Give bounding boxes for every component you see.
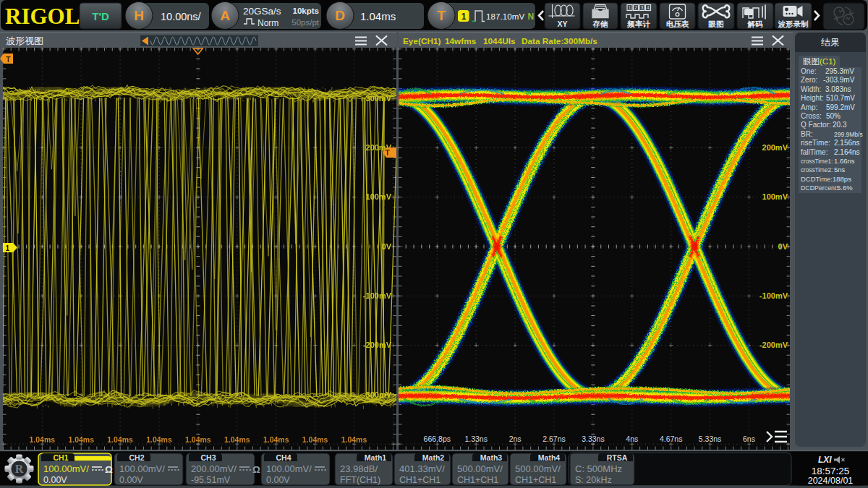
svg-text:5ns: 5ns — [834, 166, 846, 174]
svg-text:存储: 存储 — [592, 20, 609, 28]
svg-text:N: N — [528, 12, 535, 22]
svg-text:CH1+CH1: CH1+CH1 — [399, 475, 441, 485]
svg-text:0V: 0V — [778, 242, 788, 251]
svg-text:18:57:25: 18:57:25 — [812, 466, 850, 476]
svg-text:500.00mV/: 500.00mV/ — [457, 463, 503, 474]
svg-text:1.04ms: 1.04ms — [341, 435, 367, 444]
svg-text:Math1: Math1 — [365, 453, 386, 462]
svg-text:R: R — [15, 463, 24, 475]
svg-text:1.04ms: 1.04ms — [360, 10, 396, 22]
svg-text:fallTime:: fallTime: — [801, 148, 827, 156]
svg-text:1.04ms: 1.04ms — [107, 435, 133, 444]
svg-text:3.083ns: 3.083ns — [825, 85, 851, 93]
svg-text:5.33ns: 5.33ns — [699, 435, 722, 443]
svg-text:Cross:: Cross: — [801, 112, 822, 120]
svg-text:眼图(C1): 眼图(C1) — [803, 57, 836, 66]
svg-text:1.66ns: 1.66ns — [834, 157, 855, 165]
svg-text:187.10mV: 187.10mV — [486, 12, 524, 21]
svg-text:100.00mV/: 100.00mV/ — [43, 463, 89, 474]
svg-text:S: 20kHz: S: 20kHz — [575, 475, 612, 485]
svg-text:100.00mV/: 100.00mV/ — [266, 463, 312, 474]
svg-text:C: 500MHz: C: 500MHz — [575, 463, 622, 474]
svg-text:4ns: 4ns — [626, 435, 638, 443]
svg-text:1.04ms: 1.04ms — [224, 435, 250, 444]
svg-text:500.00mV/: 500.00mV/ — [515, 463, 561, 474]
svg-text:2.164ns: 2.164ns — [834, 148, 860, 156]
svg-text:RIGOL: RIGOL — [5, 4, 80, 29]
svg-text:50%: 50% — [826, 112, 841, 120]
svg-text:0V: 0V — [382, 242, 392, 251]
svg-text:crossTime2:: crossTime2: — [801, 167, 833, 174]
svg-text:CH1+CH1: CH1+CH1 — [457, 475, 498, 485]
svg-text:H: H — [134, 8, 144, 23]
svg-text:CH4: CH4 — [276, 453, 291, 462]
svg-text:-100mV: -100mV — [760, 291, 788, 300]
svg-text:100.00mV/: 100.00mV/ — [119, 463, 165, 474]
svg-text:20GSa/s: 20GSa/s — [243, 6, 281, 17]
svg-text:666.8ps: 666.8ps — [424, 435, 451, 443]
svg-text:2.67ns: 2.67ns — [542, 435, 566, 443]
svg-text:-95.51mV: -95.51mV — [191, 475, 231, 485]
svg-text:4.67ns: 4.67ns — [660, 435, 683, 443]
svg-text:0.00V: 0.00V — [266, 475, 290, 485]
svg-text:3: 3 — [641, 5, 644, 10]
svg-text:riseTime:: riseTime: — [801, 139, 830, 147]
svg-text:23.98dB/: 23.98dB/ — [340, 463, 378, 474]
svg-text:眼图: 眼图 — [709, 20, 724, 28]
svg-text:2.156ns: 2.156ns — [834, 139, 860, 147]
svg-text:1.33ns: 1.33ns — [464, 435, 488, 443]
svg-text:Ω: Ω — [252, 464, 260, 475]
svg-text:0.00V: 0.00V — [43, 475, 67, 485]
svg-text:401.33mV/: 401.33mV/ — [399, 463, 445, 474]
svg-text:crossTime1:: crossTime1: — [801, 158, 833, 165]
svg-text:CH1+CH1: CH1+CH1 — [515, 475, 556, 485]
svg-text:Width:: Width: — [801, 85, 821, 93]
svg-text:Height:: Height: — [801, 94, 824, 102]
svg-text:188ps: 188ps — [833, 175, 851, 183]
svg-text:295.3mV: 295.3mV — [825, 67, 854, 75]
svg-text:299.9Mb/s: 299.9Mb/s — [834, 131, 863, 138]
svg-text:1.04ms: 1.04ms — [146, 435, 172, 444]
svg-text:DCDTime:: DCDTime: — [801, 175, 833, 183]
svg-text:6ns: 6ns — [743, 435, 755, 443]
svg-text:Math2: Math2 — [422, 453, 444, 462]
svg-text:10.00ns/: 10.00ns/ — [161, 11, 202, 22]
svg-text:510.7mV: 510.7mV — [826, 94, 855, 102]
svg-text:1.04ms: 1.04ms — [68, 435, 94, 444]
svg-text:XY: XY — [557, 20, 567, 28]
svg-text:4: 4 — [647, 5, 650, 10]
svg-text:200.00mV/: 200.00mV/ — [191, 463, 237, 474]
svg-text:结果: 结果 — [821, 37, 840, 48]
svg-text:14wfms: 14wfms — [445, 36, 477, 46]
svg-text:1.04ms: 1.04ms — [29, 435, 55, 444]
svg-text:2024/08/01: 2024/08/01 — [808, 476, 854, 486]
svg-text:1044UIs: 1044UIs — [483, 36, 516, 46]
svg-text:Data Rate:300Mb/s: Data Rate:300Mb/s — [522, 36, 597, 46]
svg-text:Math4: Math4 — [538, 453, 560, 462]
svg-text:1.04ms: 1.04ms — [185, 435, 211, 444]
svg-text:-200mV: -200mV — [363, 341, 392, 349]
svg-text:-100mV: -100mV — [363, 291, 392, 300]
svg-text:波形视图: 波形视图 — [6, 35, 43, 46]
svg-text:50ps/pt: 50ps/pt — [292, 18, 320, 27]
svg-text:2: 2 — [634, 5, 637, 10]
svg-text:Zero:: Zero: — [801, 76, 817, 84]
svg-text:Ω: Ω — [105, 464, 113, 475]
svg-text:DCDPercent:: DCDPercent: — [801, 184, 838, 192]
svg-text:Norm: Norm — [258, 18, 278, 28]
svg-text:T: T — [437, 8, 446, 23]
svg-text:波形录制: 波形录制 — [778, 20, 809, 28]
svg-text:1.04ms: 1.04ms — [302, 435, 328, 444]
svg-text:电压表: 电压表 — [666, 20, 689, 28]
svg-text:20.3: 20.3 — [833, 121, 847, 129]
svg-text:100mV: 100mV — [366, 192, 392, 201]
svg-text:T: T — [6, 55, 11, 64]
svg-text:1: 1 — [6, 244, 10, 252]
svg-text:Eye(CH1): Eye(CH1) — [403, 36, 441, 46]
svg-text:Q Factor:: Q Factor: — [801, 121, 831, 129]
svg-text:10kpts: 10kpts — [293, 7, 319, 15]
svg-text:D: D — [335, 8, 345, 23]
svg-text:FFT(CH1): FFT(CH1) — [340, 475, 380, 485]
svg-text:100mV: 100mV — [762, 192, 788, 201]
svg-text:CH3: CH3 — [200, 453, 216, 462]
